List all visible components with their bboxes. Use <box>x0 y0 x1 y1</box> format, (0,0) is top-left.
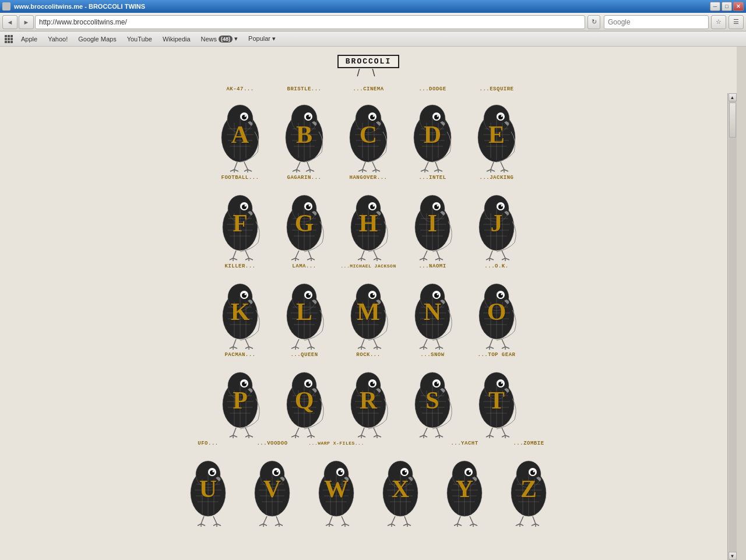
navigation-bar: ◄ ► ↻ ☆ ☰ <box>0 13 746 31</box>
svg-point-331 <box>309 382 311 384</box>
svg-line-315 <box>245 435 249 437</box>
svg-line-217 <box>233 347 237 348</box>
bird-N[interactable]: ...NAOMI <box>400 262 465 350</box>
bird-E-label: ...ESQUIRE <box>479 86 513 92</box>
svg-line-37 <box>306 170 310 171</box>
bird-U[interactable]: UFO... <box>176 439 240 527</box>
svg-line-357 <box>361 435 365 437</box>
bird-I-label: ...INTEL <box>418 175 446 181</box>
bookmarks-grid-icon[interactable] <box>5 35 13 43</box>
scroll-down-button[interactable]: ▼ <box>729 552 737 560</box>
bookmark-google-maps[interactable]: Google Maps <box>73 33 121 45</box>
svg-point-511 <box>533 471 535 473</box>
bird-T-label: ...TOP GEAR <box>478 352 516 358</box>
svg-line-15 <box>244 170 248 171</box>
bird-V[interactable]: ...VOODOO <box>240 439 304 527</box>
bird-K-label: KILLER... <box>224 263 255 269</box>
bird-J[interactable]: ...JACKING <box>465 174 529 261</box>
bird-D-label: ...DODGE <box>418 86 446 92</box>
scroll-thumb[interactable] <box>729 103 736 138</box>
bird-D[interactable]: ...DODGE <box>400 85 465 172</box>
svg-line-213 <box>249 347 253 348</box>
bird-F[interactable]: FOOTBALL... <box>208 174 272 261</box>
svg-line-33 <box>293 170 297 171</box>
svg-point-371 <box>437 382 439 384</box>
svg-line-279 <box>439 347 443 348</box>
svg-line-356 <box>361 428 364 435</box>
svg-line-437 <box>275 524 279 526</box>
bird-Q-label: ...QUEEN <box>290 352 318 358</box>
scroll-up-button[interactable]: ▲ <box>729 93 737 101</box>
svg-line-492 <box>470 516 473 524</box>
svg-point-111 <box>245 205 247 207</box>
close-button[interactable]: ✕ <box>733 2 744 11</box>
svg-line-192 <box>502 251 505 258</box>
bird-B[interactable]: BRISTLE... <box>272 85 336 172</box>
bird-R[interactable]: ROCK... <box>336 351 400 438</box>
maximize-button[interactable]: □ <box>722 2 732 11</box>
bookmark-yahoo[interactable]: Yahoo! <box>43 33 72 45</box>
bookmark-action-button[interactable]: ☆ <box>711 15 726 29</box>
svg-line-312 <box>245 428 249 435</box>
window-controls: ─ □ ✕ <box>710 2 744 11</box>
bird-L[interactable]: LAMA... <box>272 262 336 350</box>
bird-M[interactable]: ...MICHAEL JACKSON <box>336 262 400 350</box>
bird-K[interactable]: KILLER... <box>208 262 272 350</box>
bird-Y[interactable]: ...YACHT <box>432 439 497 527</box>
svg-point-31 <box>309 115 311 117</box>
bird-O[interactable]: ...O.K. <box>465 262 529 350</box>
bird-E[interactable]: ...ESQUIRE <box>465 85 529 172</box>
search-input[interactable] <box>604 15 709 29</box>
svg-line-433 <box>259 524 263 526</box>
svg-line-457 <box>329 524 333 526</box>
vertical-scrollbar: ▲ ▼ <box>727 93 737 560</box>
svg-line-335 <box>295 435 299 437</box>
minimize-button[interactable]: ─ <box>710 2 720 11</box>
svg-line-319 <box>230 435 233 437</box>
svg-line-272 <box>424 339 427 347</box>
bird-C[interactable]: ...CINEMA <box>336 85 400 172</box>
svg-point-231 <box>309 294 311 295</box>
url-bar[interactable] <box>35 15 585 29</box>
svg-line-257 <box>361 347 365 348</box>
bird-S[interactable]: ...SNOW <box>400 351 465 438</box>
bird-Q[interactable]: ...QUEEN <box>272 351 336 438</box>
bookmark-youtube[interactable]: YouTube <box>122 33 157 45</box>
svg-line-96 <box>491 162 494 170</box>
svg-line-415 <box>213 524 217 526</box>
svg-line-316 <box>233 428 236 435</box>
svg-line-277 <box>435 347 439 348</box>
svg-point-291 <box>501 294 503 295</box>
bird-H[interactable]: HANGOVER... <box>336 174 400 261</box>
bird-I[interactable]: ...INTEL <box>400 174 465 261</box>
refresh-button[interactable]: ↻ <box>587 15 600 29</box>
bird-G[interactable]: GAGARIN... <box>272 174 336 261</box>
bird-B-label: BRISTLE... <box>287 86 321 92</box>
svg-line-499 <box>454 524 458 526</box>
svg-point-351 <box>373 382 375 384</box>
bird-A[interactable]: AK-47... <box>208 85 272 172</box>
svg-line-519 <box>536 524 539 526</box>
bird-X[interactable]: X <box>368 439 432 527</box>
back-button[interactable]: ◄ <box>2 15 17 29</box>
svg-line-196 <box>490 251 492 258</box>
bookmark-news[interactable]: News (48) ▾ <box>196 33 243 45</box>
svg-line-273 <box>420 347 424 348</box>
svg-line-156 <box>361 251 364 258</box>
bird-W[interactable]: ...WARP X-FILES... <box>304 439 368 527</box>
bird-P[interactable]: PACMAN... <box>208 351 272 438</box>
svg-point-491 <box>469 471 471 473</box>
bird-T[interactable]: ...TOP GEAR <box>465 351 529 438</box>
svg-line-275 <box>424 347 427 348</box>
bookmark-wikipedia[interactable]: Wikipedia <box>158 33 195 45</box>
svg-line-512 <box>520 516 523 524</box>
bookmark-apple[interactable]: Apple <box>16 33 42 45</box>
bird-N-label: ...NAOMI <box>418 263 446 269</box>
settings-button[interactable]: ☰ <box>729 15 744 29</box>
svg-line-495 <box>470 524 473 526</box>
bird-G-label: GAGARIN... <box>287 175 321 181</box>
svg-line-253 <box>377 347 381 348</box>
forward-button[interactable]: ► <box>19 15 34 29</box>
bird-Z[interactable]: ...ZOMBIE <box>497 439 561 527</box>
bookmark-popular[interactable]: Popular ▾ <box>244 33 280 45</box>
